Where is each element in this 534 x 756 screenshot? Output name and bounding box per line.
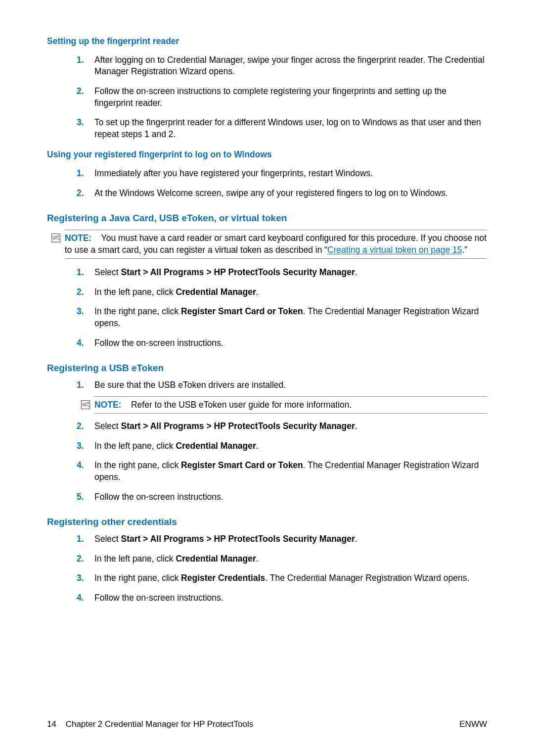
step-number: 4.: [77, 337, 84, 349]
footer-right: ENWW: [459, 719, 487, 730]
step-text-post: .: [256, 554, 259, 564]
list-item: 1. Immediately after you have registered…: [77, 168, 487, 180]
step-number: 1.: [77, 379, 84, 391]
step-number: 2.: [77, 553, 84, 565]
list-item: 5. Follow the on-screen instructions.: [77, 491, 487, 503]
step-number: 2.: [77, 421, 84, 432]
steps-sec1: 1. After logging on to Credential Manage…: [47, 54, 487, 141]
step-text-bold: Credential Manager: [176, 441, 256, 451]
list-item: 3. In the left pane, click Credential Ma…: [77, 440, 487, 452]
heading-setting-up-fingerprint-reader: Setting up the fingerprint reader: [47, 36, 487, 47]
step-number: 2.: [77, 286, 84, 298]
step-text-post: .: [256, 287, 259, 297]
step-number: 4.: [77, 592, 84, 604]
step-number: 1.: [77, 533, 84, 545]
step-text-pre: In the right pane, click: [94, 460, 181, 470]
step-text: Immediately after you have registered yo…: [94, 168, 373, 178]
step-text-bold: Start > All Programs > HP ProtectTools S…: [121, 534, 355, 544]
list-item: 4. Follow the on-screen instructions.: [77, 592, 487, 604]
list-item: 2. In the left pane, click Credential Ma…: [77, 286, 487, 298]
page-body: Setting up the fingerprint reader 1. Aft…: [0, 0, 534, 604]
steps-sec4-b: 2. Select Start > All Programs > HP Prot…: [47, 421, 487, 503]
step-text: Follow the on-screen instructions to com…: [94, 86, 446, 108]
step-text: Be sure that the USB eToken drivers are …: [94, 380, 286, 390]
step-text-post: .: [355, 267, 357, 277]
chapter-title: Chapter 2 Credential Manager for HP Prot…: [66, 719, 254, 729]
list-item: 1. Select Start > All Programs > HP Prot…: [77, 267, 487, 279]
step-number: 3.: [77, 306, 84, 318]
list-item: 4. Follow the on-screen instructions.: [77, 337, 487, 349]
step-text: To set up the fingerprint reader for a d…: [94, 117, 481, 139]
note-box: NOTE: You must have a card reader or sma…: [65, 230, 487, 259]
step-text: Follow the on-screen instructions.: [94, 338, 223, 348]
link-creating-virtual-token[interactable]: Creating a virtual token on page 15: [327, 245, 462, 255]
step-text-pre: In the left pane, click: [94, 554, 176, 564]
step-text: Follow the on-screen instructions.: [94, 492, 223, 502]
note-label: NOTE:: [94, 400, 121, 410]
step-text-bold: Credential Manager: [176, 287, 256, 297]
steps-sec5: 1. Select Start > All Programs > HP Prot…: [47, 533, 487, 604]
list-item: 1. After logging on to Credential Manage…: [77, 54, 487, 78]
step-number: 3.: [77, 440, 84, 452]
step-number: 1.: [77, 267, 84, 279]
note-icon: [81, 400, 90, 410]
note-box: NOTE: Refer to the USB eToken user guide…: [94, 396, 487, 414]
note-icon: [51, 233, 61, 243]
note-text-after: .”: [462, 245, 468, 255]
list-item: 3. In the right pane, click Register Sma…: [77, 306, 487, 329]
footer-left: 14 Chapter 2 Credential Manager for HP P…: [47, 719, 253, 730]
step-number: 2.: [77, 188, 84, 199]
step-text-bold: Start > All Programs > HP ProtectTools S…: [121, 421, 355, 431]
step-text: Follow the on-screen instructions.: [94, 593, 223, 603]
step-text-pre: In the right pane, click: [94, 306, 181, 316]
note-text: Refer to the USB eToken user guide for m…: [131, 400, 352, 410]
step-text: At the Windows Welcome screen, swipe any…: [94, 188, 448, 198]
note-spacer: [124, 400, 131, 410]
step-text-bold: Register Smart Card or Token: [181, 460, 303, 470]
step-text-post: .: [355, 534, 357, 544]
step-text-pre: In the left pane, click: [94, 441, 176, 451]
step-number: 3.: [77, 572, 84, 584]
list-item: 1. Select Start > All Programs > HP Prot…: [77, 533, 487, 545]
list-item: 1. Be sure that the USB eToken drivers a…: [77, 379, 487, 391]
step-number: 1.: [77, 168, 84, 180]
step-number: 2.: [77, 86, 84, 97]
note-label: NOTE:: [65, 233, 91, 243]
heading-registering-other-credentials: Registering other credentials: [47, 516, 487, 528]
page-number: 14: [47, 719, 56, 729]
steps-sec2: 1. Immediately after you have registered…: [47, 168, 487, 199]
step-text: After logging on to Credential Manager, …: [94, 55, 485, 77]
list-item: 4. In the right pane, click Register Sma…: [77, 460, 487, 483]
heading-using-registered-fingerprint: Using your registered fingerprint to log…: [47, 149, 487, 161]
list-item: 2. Select Start > All Programs > HP Prot…: [77, 421, 487, 432]
list-item: 3. In the right pane, click Register Cre…: [77, 572, 487, 584]
list-item: 3. To set up the fingerprint reader for …: [77, 117, 487, 140]
step-text-bold: Register Smart Card or Token: [181, 306, 303, 316]
step-text-bold: Start > All Programs > HP ProtectTools S…: [121, 267, 355, 277]
step-number: 5.: [77, 491, 84, 503]
step-text-pre: Select: [94, 267, 121, 277]
step-text-bold: Credential Manager: [176, 554, 256, 564]
step-text-pre: In the right pane, click: [94, 573, 181, 583]
steps-sec3: 1. Select Start > All Programs > HP Prot…: [47, 267, 487, 349]
step-text-post: .: [355, 421, 357, 431]
step-number: 4.: [77, 460, 84, 472]
step-text-bold: Register Credentials: [181, 573, 265, 583]
step-number: 1.: [77, 54, 84, 66]
step-text-post: . The Credential Manager Registration Wi…: [265, 573, 469, 583]
note-text-part: [94, 233, 101, 243]
list-item: 2. At the Windows Welcome screen, swipe …: [77, 188, 487, 199]
step-text-pre: Select: [94, 534, 121, 544]
step-number: 3.: [77, 117, 84, 129]
step-text-post: .: [256, 441, 259, 451]
page-footer: 14 Chapter 2 Credential Manager for HP P…: [47, 719, 487, 730]
heading-registering-usb-etoken: Registering a USB eToken: [47, 362, 487, 375]
list-item: 2. Follow the on-screen instructions to …: [77, 86, 487, 109]
heading-registering-java-card: Registering a Java Card, USB eToken, or …: [47, 212, 487, 225]
step-text-pre: Select: [94, 421, 121, 431]
list-item: 2. In the left pane, click Credential Ma…: [77, 553, 487, 565]
steps-sec4-a: 1. Be sure that the USB eToken drivers a…: [47, 379, 487, 391]
step-text-pre: In the left pane, click: [94, 287, 176, 297]
